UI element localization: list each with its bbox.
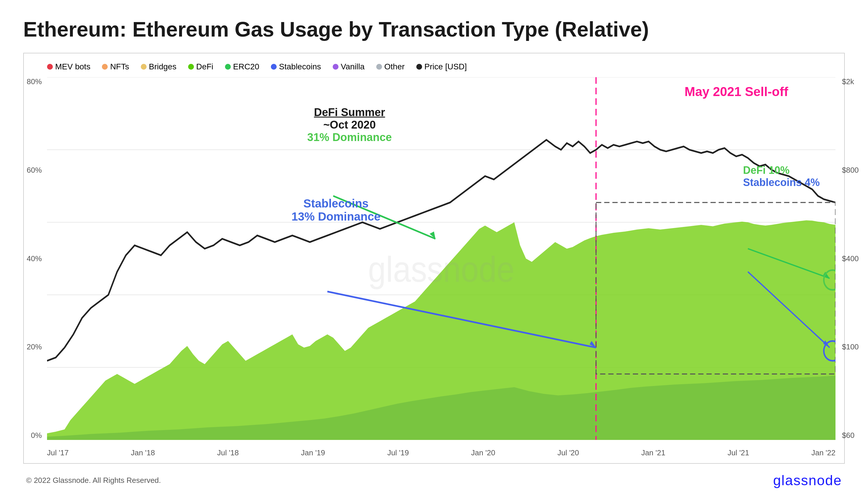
- footer: © 2022 Glassnode. All Rights Reserved. g…: [23, 473, 845, 488]
- y-label-60: 60%: [27, 166, 42, 175]
- y-right-400: $400: [842, 254, 859, 263]
- legend-item-mev: MEV bots: [47, 62, 90, 71]
- defi-summer-date: ~Oct 2020: [307, 119, 392, 131]
- y-label-0: 0%: [31, 431, 42, 440]
- x-label-jan19: Jan '19: [301, 448, 325, 457]
- may2021-title: May 2021 Sell-off: [685, 84, 788, 99]
- stablecoins-pct: 13% Dominance: [292, 210, 381, 223]
- legend-dot-nfts: [102, 64, 108, 70]
- legend-dot-defi: [188, 64, 194, 70]
- legend-dot-erc20: [225, 64, 231, 70]
- legend-dot-price: [416, 64, 422, 70]
- footer-logo: glassnode: [773, 473, 842, 488]
- x-label-jan20: Jan '20: [471, 448, 495, 457]
- chart-area: 80% 60% 40% 20% 0% $2k $800 $400 $100 $6…: [47, 77, 835, 440]
- legend-item-bridges: Bridges: [141, 62, 177, 71]
- x-axis: Jul '17 Jan '18 Jul '18 Jan '19 Jul '19 …: [47, 448, 835, 457]
- defi-summer-title: DeFi Summer: [307, 106, 392, 119]
- x-label-jan21: Jan '21: [641, 448, 665, 457]
- y-right-60: $60: [842, 431, 854, 440]
- annotation-stablecoins: Stablecoins 13% Dominance: [292, 197, 381, 223]
- y-label-80: 80%: [27, 77, 42, 86]
- y-label-20: 20%: [27, 342, 42, 351]
- page-container: Ethereum: Ethereum Gas Usage by Transact…: [0, 0, 868, 500]
- legend-label-nfts: NFTs: [110, 62, 129, 71]
- y-right-2k: $2k: [842, 77, 854, 86]
- annotation-defi-summer: DeFi Summer ~Oct 2020 31% Dominance: [307, 106, 392, 144]
- stablecoins-title: Stablecoins: [292, 197, 381, 210]
- annotation-may2021: May 2021 Sell-off: [685, 84, 788, 99]
- x-label-jul17: Jul '17: [47, 448, 68, 457]
- legend-dot-vanilla: [333, 64, 338, 70]
- y-right-800: $800: [842, 166, 859, 175]
- legend-item-erc20: ERC20: [225, 62, 259, 71]
- x-label-jul18: Jul '18: [217, 448, 239, 457]
- defi-summer-pct: 31% Dominance: [307, 131, 392, 144]
- legend-dot-bridges: [141, 64, 147, 70]
- legend-item-stablecoins: Stablecoins: [271, 62, 321, 71]
- legend-label-stablecoins: Stablecoins: [279, 62, 321, 71]
- defi-right-stable: Stablecoins 4%: [743, 177, 820, 189]
- chart-svg: glassnode: [47, 77, 835, 440]
- legend-dot-mev: [47, 64, 53, 70]
- legend-label-erc20: ERC20: [233, 62, 259, 71]
- x-label-jul20: Jul '20: [557, 448, 579, 457]
- annotation-defi-right: DeFi 10% Stablecoins 4%: [743, 164, 820, 189]
- defi-right-defi: DeFi 10%: [743, 164, 820, 177]
- legend-label-vanilla: Vanilla: [341, 62, 365, 71]
- legend-item-nfts: NFTs: [102, 62, 129, 71]
- legend-label-defi: DeFi: [196, 62, 213, 71]
- x-label-jul19: Jul '19: [387, 448, 409, 457]
- x-label-jan22: Jan '22: [811, 448, 835, 457]
- legend-label-mev: MEV bots: [55, 62, 90, 71]
- svg-text:glassnode: glassnode: [368, 249, 515, 289]
- x-label-jan18: Jan '18: [131, 448, 155, 457]
- y-axis-right: $2k $800 $400 $100 $60: [842, 77, 859, 440]
- footer-copyright: © 2022 Glassnode. All Rights Reserved.: [26, 476, 161, 485]
- legend: MEV bots NFTs Bridges DeFi ERC20 Stablec…: [47, 62, 835, 71]
- page-title: Ethereum: Ethereum Gas Usage by Transact…: [23, 18, 845, 41]
- y-label-40: 40%: [27, 254, 42, 263]
- legend-item-price: Price [USD]: [416, 62, 467, 71]
- legend-dot-other: [376, 64, 382, 70]
- legend-item-defi: DeFi: [188, 62, 213, 71]
- legend-label-other: Other: [384, 62, 405, 71]
- legend-label-price: Price [USD]: [425, 62, 467, 71]
- legend-item-other: Other: [376, 62, 405, 71]
- y-axis-left: 80% 60% 40% 20% 0%: [27, 77, 42, 440]
- legend-item-vanilla: Vanilla: [333, 62, 365, 71]
- x-label-jul21: Jul '21: [728, 448, 749, 457]
- legend-label-bridges: Bridges: [149, 62, 177, 71]
- chart-container: MEV bots NFTs Bridges DeFi ERC20 Stablec…: [23, 53, 845, 464]
- y-right-100: $100: [842, 342, 859, 351]
- legend-dot-stablecoins: [271, 64, 277, 70]
